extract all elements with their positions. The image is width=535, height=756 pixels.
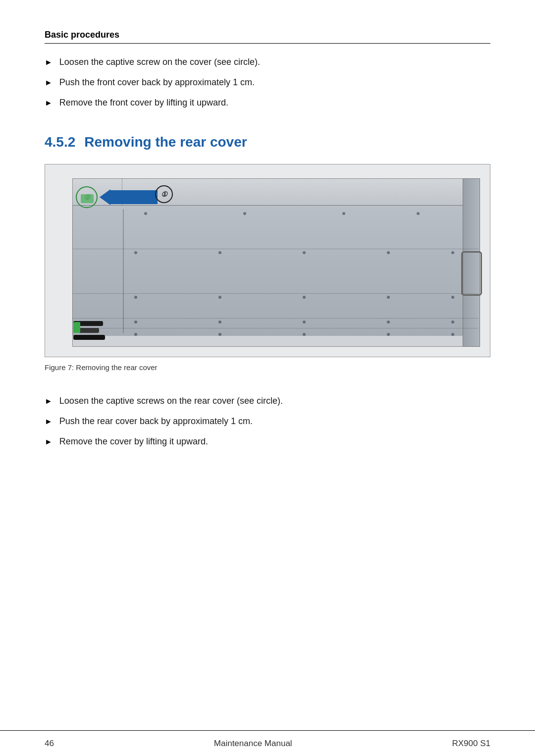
machine-front-face bbox=[72, 205, 479, 336]
figure-container: ② ① bbox=[45, 164, 490, 357]
list-item-text: Push the rear cover back by approximatel… bbox=[59, 415, 253, 428]
rivet bbox=[387, 296, 390, 299]
bullet-arrow-icon: ► bbox=[45, 416, 53, 428]
list-item: ► Loosen the captive screws on the rear … bbox=[45, 394, 490, 408]
rivet bbox=[134, 321, 137, 324]
page-container: Basic procedures ► Loosen the captive sc… bbox=[0, 0, 535, 756]
machine-handle bbox=[461, 251, 482, 296]
rivet bbox=[417, 212, 420, 215]
machine-bottom-strip bbox=[72, 336, 479, 347]
green-component bbox=[73, 322, 80, 333]
rivet bbox=[451, 321, 454, 324]
rivet bbox=[303, 296, 306, 299]
rivet bbox=[243, 212, 246, 215]
seam-line bbox=[72, 318, 479, 319]
section-title-text: Removing the rear cover bbox=[84, 134, 247, 150]
rivet bbox=[134, 251, 137, 254]
bullet-arrow-icon: ► bbox=[45, 395, 53, 407]
direction-arrow bbox=[100, 189, 158, 205]
list-item: ► Loosen the captive screw on the cover … bbox=[45, 55, 490, 69]
list-item: ► Remove the front cover by lifting it u… bbox=[45, 96, 490, 109]
list-item: ► Remove the cover by lifting it upward. bbox=[45, 435, 490, 448]
bullet-arrow-icon: ► bbox=[45, 56, 53, 68]
arrow-head bbox=[100, 189, 110, 205]
section-title-container: 4.5.2 Removing the rear cover bbox=[45, 134, 490, 150]
footer-page-number: 46 bbox=[45, 739, 54, 749]
rivet bbox=[342, 212, 345, 215]
annotation-1-circle: ① bbox=[155, 185, 173, 203]
rivet bbox=[387, 321, 390, 324]
seam-line bbox=[72, 293, 479, 294]
bullet-arrow-icon: ► bbox=[45, 436, 53, 448]
section-number: 4.5.2 bbox=[45, 134, 75, 150]
list-item-text: Loosen the captive screw on the cover (s… bbox=[59, 55, 260, 69]
rivet bbox=[451, 333, 454, 336]
list-item-text: Remove the cover by lifting it upward. bbox=[59, 435, 208, 448]
figure-caption: Figure 7: Removing the rear cover bbox=[45, 363, 490, 372]
wire bbox=[73, 335, 105, 340]
list-item-text: Loosen the captive screws on the rear co… bbox=[59, 394, 283, 408]
footer: 46 Maintenance Manual RX900 S1 bbox=[0, 730, 535, 756]
rivet bbox=[218, 333, 221, 336]
machine-illustration: ② ① bbox=[45, 164, 490, 357]
rivet bbox=[451, 251, 454, 254]
rivet bbox=[218, 296, 221, 299]
rivet bbox=[451, 296, 454, 299]
footer-product: RX900 S1 bbox=[452, 739, 491, 749]
rivet bbox=[134, 333, 137, 336]
rivet bbox=[387, 251, 390, 254]
list-item-text: Remove the front cover by lifting it upw… bbox=[59, 96, 228, 109]
rivet bbox=[134, 296, 137, 299]
list-item: ► Push the front cover back by approxima… bbox=[45, 76, 490, 89]
list-item-text: Push the front cover back by approximate… bbox=[59, 76, 255, 89]
bullet-list-after: ► Loosen the captive screws on the rear … bbox=[45, 394, 490, 455]
bullet-arrow-icon: ► bbox=[45, 77, 53, 89]
rivet bbox=[387, 333, 390, 336]
screw-indicator bbox=[81, 194, 94, 203]
section-heading: Basic procedures bbox=[45, 30, 490, 44]
rivet bbox=[303, 333, 306, 336]
rivet bbox=[303, 321, 306, 324]
rivet bbox=[218, 321, 221, 324]
rivet bbox=[303, 251, 306, 254]
footer-document-title: Maintenance Manual bbox=[214, 739, 292, 749]
vertical-seam bbox=[123, 209, 124, 333]
seam-line bbox=[72, 328, 479, 328]
bullet-list-before: ► Loosen the captive screw on the cover … bbox=[45, 55, 490, 116]
bullet-arrow-icon: ► bbox=[45, 97, 53, 109]
rivet bbox=[218, 251, 221, 254]
seam-line bbox=[72, 249, 479, 249]
arrow-body bbox=[110, 190, 158, 204]
annotation-1-label: ① bbox=[161, 190, 167, 199]
rivet bbox=[144, 212, 147, 215]
list-item: ► Push the rear cover back by approximat… bbox=[45, 415, 490, 428]
